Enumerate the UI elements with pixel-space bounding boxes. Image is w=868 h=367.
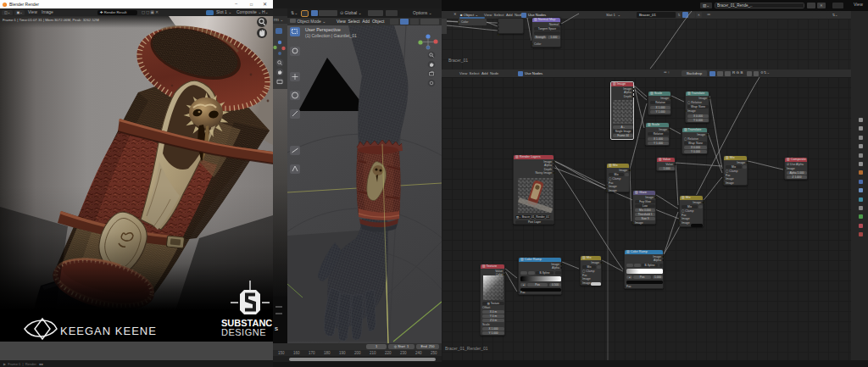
svg-text:DESIGNE: DESIGNE [221, 327, 266, 337]
svg-text:(1) Collection | Gauntlet_01: (1) Collection | Gauntlet_01 [305, 33, 357, 38]
svg-text:Frame:1 | Time:01:07.31 | Mem:: Frame:1 | Time:01:07.31 | Mem:3072.06M, … [3, 18, 99, 22]
svg-text:KEEGAN KEENE: KEEGAN KEENE [60, 325, 157, 337]
svg-text:User Perspective: User Perspective [305, 27, 341, 32]
svg-text:rm ⌄: rm ⌄ [274, 17, 283, 22]
svg-text:S: S [275, 326, 278, 331]
